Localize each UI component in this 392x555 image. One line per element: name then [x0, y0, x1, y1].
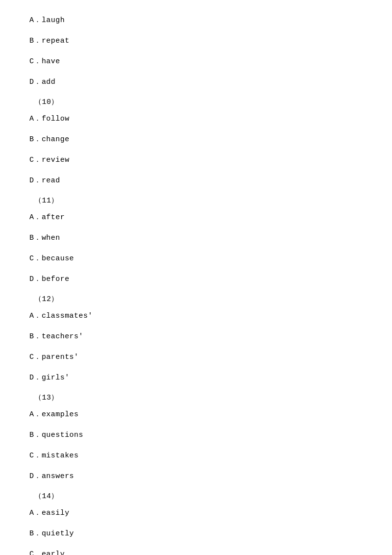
main-content: A．laugh B．repeat C．have D．add （10） A．fol… — [0, 0, 392, 555]
question-block-12: （12） A．classmates' B．teachers' C．parents… — [29, 294, 363, 384]
option-12-a: A．classmates' — [29, 310, 363, 322]
option-b-repeat: B．repeat — [29, 35, 363, 47]
option-11-c: C．because — [29, 253, 363, 265]
option-10-a: A．follow — [29, 113, 363, 125]
option-11-a: A．after — [29, 212, 363, 224]
option-14-c: C．early — [29, 549, 363, 555]
question-block-13: （13） A．examples B．questions C．mistakes D… — [29, 393, 363, 482]
option-13-b: B．questions — [29, 429, 363, 441]
question-number-11: （11） — [34, 196, 363, 205]
question-number-13: （13） — [34, 393, 363, 402]
option-14-a: A．easily — [29, 507, 363, 519]
option-a-laugh: A．laugh — [29, 15, 363, 26]
option-11-b: B．when — [29, 232, 363, 244]
question-number-10: （10） — [34, 97, 363, 106]
option-14-b: B．quietly — [29, 528, 363, 540]
option-12-b: B．teachers' — [29, 331, 363, 343]
question-block-first: A．laugh B．repeat C．have D．add — [29, 15, 363, 88]
option-12-d: D．girls' — [29, 372, 363, 384]
option-12-c: C．parents' — [29, 352, 363, 363]
option-10-c: C．review — [29, 154, 363, 166]
question-block-14: （14） A．easily B．quietly C．early D．slowly — [29, 491, 363, 555]
option-13-d: D．answers — [29, 471, 363, 482]
option-13-c: C．mistakes — [29, 450, 363, 462]
option-10-d: D．read — [29, 175, 363, 187]
option-13-a: A．examples — [29, 409, 363, 421]
option-10-b: B．change — [29, 134, 363, 146]
option-c-have: C．have — [29, 56, 363, 68]
question-number-14: （14） — [34, 491, 363, 501]
option-d-add: D．add — [29, 76, 363, 88]
question-block-11: （11） A．after B．when C．because D．before — [29, 196, 363, 285]
question-number-12: （12） — [34, 294, 363, 303]
question-block-10: （10） A．follow B．change C．review D．read — [29, 97, 363, 187]
option-11-d: D．before — [29, 274, 363, 285]
